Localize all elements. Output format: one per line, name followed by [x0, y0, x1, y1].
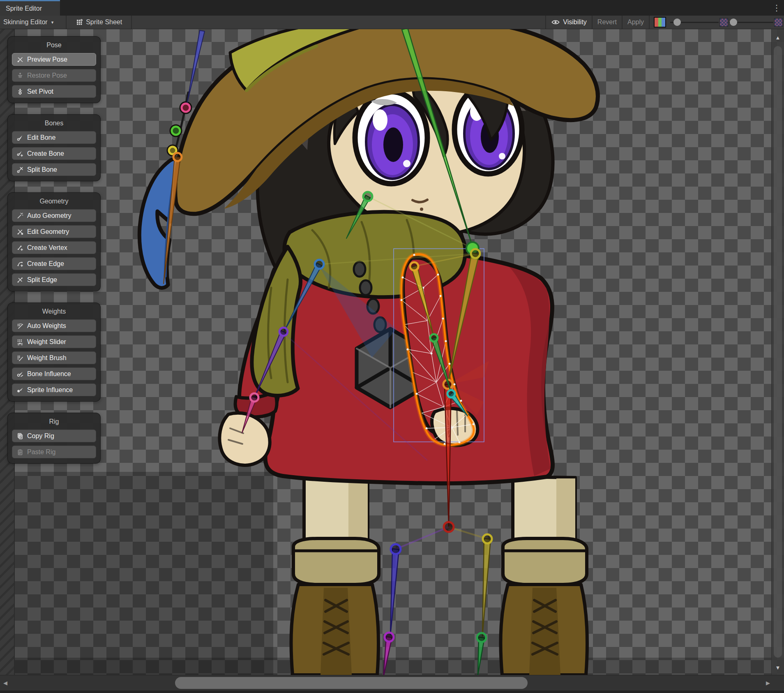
mode-dropdown[interactable]: Skinning Editor ▾ [0, 16, 58, 29]
sprite-sheet-icon [76, 18, 83, 26]
weight-brush-button[interactable]: Weight Brush [12, 351, 96, 364]
split-bone-icon [16, 166, 24, 173]
sprite-influence-icon [16, 386, 24, 394]
overlay-preview-toggle-icon[interactable] [774, 18, 783, 27]
left-eye [355, 92, 427, 184]
joint-bead-1 [182, 104, 190, 112]
right-leg [500, 477, 587, 675]
button-label: Sprite Influence [27, 386, 73, 394]
set-pivot-icon [16, 88, 24, 95]
visibility-label: Visibility [563, 18, 587, 26]
eye-icon [551, 19, 560, 25]
joint-right-elbow [430, 334, 438, 342]
create-bone-button[interactable]: Create Bone [12, 147, 96, 160]
alpha-slider-knob[interactable] [673, 18, 681, 26]
chevron-down-icon: ▾ [51, 20, 54, 25]
bone-influence-button[interactable]: Bone Influence [12, 367, 96, 380]
horizontal-scrollbar[interactable]: ◀ ▶ [0, 675, 784, 691]
preview-pose-button[interactable]: Preview Pose [12, 53, 96, 66]
copy-rig-icon [16, 432, 24, 440]
split-bone-button[interactable]: Split Bone [12, 163, 96, 176]
sprite-preview-toggle-icon[interactable] [719, 18, 728, 27]
create-bone-icon [16, 150, 24, 157]
sprite-influence-button[interactable]: Sprite Influence [12, 383, 96, 396]
button-label: Split Bone [27, 166, 57, 173]
edit-bone-button[interactable]: Edit Bone [12, 131, 96, 144]
joint-left-hip [391, 544, 401, 554]
bones-panel: Bones Edit Bone Create Bone Split Bone [7, 114, 101, 181]
set-pivot-button[interactable]: Set Pivot [12, 85, 96, 98]
weight-slider-icon [16, 338, 24, 346]
button-label: Set Pivot [27, 88, 53, 95]
button-label: Bone Influence [27, 370, 71, 378]
joint-left-elbow [279, 328, 288, 336]
create-edge-button[interactable]: Create Edge [12, 257, 96, 270]
joint-left-shoulder [315, 260, 324, 269]
edit-geometry-button[interactable]: Edit Geometry [12, 225, 96, 238]
pose-panel: Pose Preview Pose Restore Pose Set Pivot [7, 36, 101, 103]
button-label: Paste Rig [27, 448, 55, 456]
rgb-channel-swatch[interactable] [654, 17, 666, 28]
auto-weights-button[interactable]: Auto Weights [12, 319, 96, 332]
button-label: Split Edge [27, 276, 57, 284]
skinning-canvas[interactable] [0, 29, 784, 675]
button-label: Weight Brush [27, 354, 67, 362]
toolbar-separator [131, 16, 132, 29]
overlay-slider[interactable] [729, 16, 773, 29]
visibility-button[interactable]: Visibility [546, 16, 592, 29]
horizontal-scroll-thumb[interactable] [175, 677, 528, 689]
auto-geometry-button[interactable]: Auto Geometry [12, 209, 96, 222]
mode-dropdown-label: Skinning Editor [3, 18, 48, 26]
tab-sprite-editor[interactable]: Sprite Editor [0, 0, 60, 16]
button-label: Create Edge [27, 260, 64, 268]
scroll-down-arrow[interactable]: ▼ [772, 665, 784, 671]
button-label: Weight Slider [27, 338, 66, 346]
sprite-sheet-label: Sprite Sheet [86, 18, 122, 26]
scroll-right-arrow[interactable]: ▶ [763, 675, 773, 691]
create-vertex-icon [16, 244, 24, 252]
edit-geometry-icon [16, 228, 24, 236]
left-hand [219, 413, 270, 465]
apply-button[interactable]: Apply [623, 16, 649, 29]
button-label: Auto Geometry [27, 212, 71, 219]
button-label: Preview Pose [27, 56, 67, 63]
joint-hair [363, 192, 372, 201]
geometry-panel: Geometry Auto Geometry Edit Geometry Cre… [7, 192, 101, 291]
joint-right-knee [477, 633, 486, 642]
scroll-up-arrow[interactable]: ▲ [772, 35, 784, 41]
auto-geometry-icon [16, 212, 24, 219]
split-edge-button[interactable]: Split Edge [12, 273, 96, 286]
weight-brush-icon [16, 354, 24, 362]
panel-title-bones: Bones [12, 120, 96, 127]
vertical-scroll-thumb[interactable] [774, 46, 782, 658]
paste-rig-button[interactable]: Paste Rig [12, 446, 96, 458]
button-label: Auto Weights [27, 322, 66, 330]
create-edge-icon [16, 260, 24, 268]
left-leg [291, 475, 379, 675]
auto-weights-icon [16, 322, 24, 330]
joint-left-knee [385, 633, 394, 642]
overlay-slider-knob[interactable] [730, 18, 737, 26]
revert-button[interactable]: Revert [593, 16, 622, 29]
sprite-sheet-button[interactable]: Sprite Sheet [71, 16, 127, 29]
button-label: Create Vertex [27, 244, 67, 252]
vertical-scrollbar[interactable]: ▲ ▼ [771, 29, 784, 675]
button-label: Edit Bone [27, 134, 55, 141]
create-vertex-button[interactable]: Create Vertex [12, 241, 96, 254]
kebab-menu-icon[interactable]: ⋮ [772, 2, 781, 14]
joint-right-wrist [447, 390, 455, 397]
restore-pose-icon [16, 72, 24, 79]
joint-right-shoulder [410, 262, 418, 270]
restore-pose-button[interactable]: Restore Pose [12, 69, 96, 82]
toolbar-separator [649, 16, 650, 29]
weight-slider-button[interactable]: Weight Slider [12, 335, 96, 348]
button-label: Copy Rig [27, 432, 54, 440]
bone-influence-icon [16, 370, 24, 378]
scroll-left-arrow[interactable]: ◀ [0, 675, 11, 691]
revert-label: Revert [597, 18, 617, 26]
rig-panel: Rig Copy Rig Paste Rig [7, 413, 101, 464]
copy-rig-button[interactable]: Copy Rig [12, 430, 96, 442]
panel-title-geometry: Geometry [12, 198, 96, 205]
alpha-slider[interactable] [670, 16, 719, 29]
joint-feather [173, 153, 182, 161]
